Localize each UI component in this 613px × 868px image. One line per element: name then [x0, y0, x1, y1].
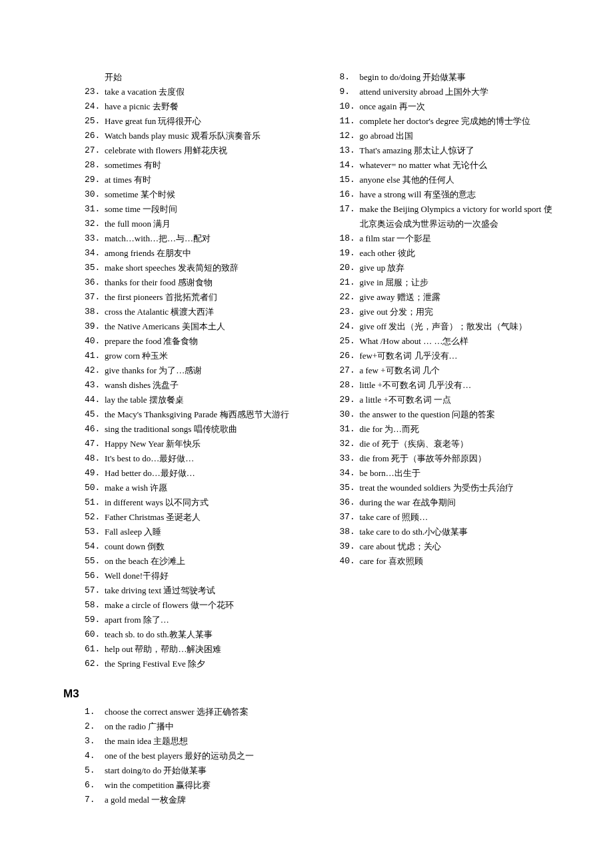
list-item: 16.have a strong will 有坚强的意志: [318, 187, 554, 202]
item-number: 15.: [340, 173, 360, 187]
item-text: the Macy's Thanksgiving Parade 梅西感恩节大游行: [105, 407, 299, 422]
list-item: 1.choose the correct answer 选择正确答案: [63, 705, 299, 719]
list-item: 24. have a picnic 去野餐: [63, 99, 299, 114]
item-text: wansh dishes 洗盘子: [105, 378, 299, 393]
item-text: attend university abroad 上国外大学: [360, 85, 554, 99]
item-text: sometime 某个时候: [105, 187, 299, 202]
item-text: have a picnic 去野餐: [105, 99, 299, 114]
list-item: 19.each other 彼此: [318, 246, 554, 261]
item-text: complete her doctor's degree 完成她的博士学位: [360, 114, 554, 129]
item-text: be born…出生于: [360, 466, 554, 481]
list-item: 32.die of 死于（疾病、衰老等）: [318, 437, 554, 451]
item-number: 32.: [85, 217, 105, 231]
list-item: 25.What /How about … …怎么样: [318, 334, 554, 349]
list-item: 25.Have great fun 玩得很开心: [63, 114, 299, 129]
item-text: whatever= no matter what 无论什么: [360, 158, 554, 173]
item-text: Had better do…最好做…: [105, 466, 299, 481]
item-number: 12.: [340, 129, 360, 143]
item-number: 14.: [340, 158, 360, 173]
item-number: 29.: [85, 173, 105, 187]
item-number: 61.: [85, 642, 105, 657]
item-text: die from 死于（事故等外部原因）: [360, 451, 554, 466]
item-number: 35.: [340, 481, 360, 495]
item-number: 38.: [85, 305, 105, 319]
item-text: go abroad 出国: [360, 129, 554, 143]
item-number: 16.: [340, 187, 360, 202]
item-number: 43.: [85, 378, 105, 393]
item-number: 21.: [340, 275, 360, 290]
list-item: 41.grow corn 种玉米: [63, 349, 299, 363]
item-number: 20.: [340, 261, 360, 275]
list-item: 40.prepare the food 准备食物: [63, 334, 299, 349]
item-text: Well done!干得好: [105, 569, 299, 583]
item-number: 22.: [340, 290, 360, 305]
item-number: 53.: [85, 525, 105, 539]
list-item: 30.the answer to the question 问题的答案: [318, 407, 554, 422]
item-text: Have great fun 玩得很开心: [105, 114, 299, 129]
item-text: among friends 在朋友中: [105, 246, 299, 261]
item-text: It's best to do…最好做…: [105, 451, 299, 466]
item-text: take care of 照顾…: [360, 510, 554, 525]
item-number: 57.: [85, 583, 105, 598]
item-number: 24.: [340, 319, 360, 334]
item-number: 4.: [85, 749, 105, 763]
item-text: a film star 一个影星: [360, 231, 554, 246]
list-item: 46.sing the traditional songs 唱传统歌曲: [63, 422, 299, 437]
item-number: 50.: [85, 481, 105, 495]
item-number: 48.: [85, 451, 105, 466]
item-number: 31.: [340, 422, 360, 437]
item-text: few+可数名词 几乎没有…: [360, 349, 554, 363]
item-number: 45.: [85, 407, 105, 422]
item-number: 56.: [85, 569, 105, 583]
list-item: 47.Happy New Year 新年快乐: [63, 437, 299, 451]
list-item: 35.treat the wounded soldiers 为受伤士兵治疗: [318, 481, 554, 495]
item-text: make a circle of flowers 做一个花环: [105, 598, 299, 613]
list-item: 22.give away 赠送；泄露: [318, 290, 554, 305]
list-item: 57.take driving text 通过驾驶考试: [63, 583, 299, 598]
list-item: 62.the Spring Festival Eve 除夕: [63, 657, 299, 671]
item-number: 42.: [85, 363, 105, 378]
item-text: one of the best players 最好的运动员之一: [105, 749, 299, 763]
item-number: 9.: [340, 85, 360, 99]
item-text: Fall asleep 入睡: [105, 525, 299, 539]
list-item: 27.a few +可数名词 几个: [318, 363, 554, 378]
item-text: make a wish 许愿: [105, 481, 299, 495]
list-item: 48.It's best to do…最好做…: [63, 451, 299, 466]
item-number: 26.: [340, 349, 360, 363]
item-text: a little +不可数名词 一点: [360, 393, 554, 407]
list-item: 12.go abroad 出国: [318, 129, 554, 143]
item-number: 24.: [85, 99, 105, 114]
item-text: have a strong will 有坚强的意志: [360, 187, 554, 202]
item-number: 30.: [85, 187, 105, 202]
item-number: 28.: [85, 158, 105, 173]
list-item: 32.the full moon 满月: [63, 217, 299, 231]
item-number: 13.: [340, 143, 360, 158]
list-item: 26.Watch bands play music 观看乐队演奏音乐: [63, 129, 299, 143]
item-number: 58.: [85, 598, 105, 613]
item-text: take care to do sth.小心做某事: [360, 525, 554, 539]
list-item: 7.a gold medal 一枚金牌: [63, 793, 299, 807]
item-number: 62.: [85, 657, 105, 671]
item-number: 34.: [85, 246, 105, 261]
list-item: 20.give up 放弃: [318, 261, 554, 275]
list-item: 53.Fall asleep 入睡: [63, 525, 299, 539]
list-item: 15.anyone else 其他的任何人: [318, 173, 554, 187]
list-item: 37.take care of 照顾…: [318, 510, 554, 525]
item-text: begin to do/doing 开始做某事: [360, 70, 554, 85]
item-text: teach sb. to do sth.教某人某事: [105, 627, 299, 642]
item-text: sometimes 有时: [105, 158, 299, 173]
list-item: 51.in different ways 以不同方式: [63, 495, 299, 510]
item-text: on the beach 在沙滩上: [105, 554, 299, 569]
item-number: 18.: [340, 231, 360, 246]
item-number: 19.: [340, 246, 360, 261]
list-item: 17.make the Beijing Olympics a victory f…: [318, 202, 554, 231]
list-item: 60.teach sb. to do sth.教某人某事: [63, 627, 299, 642]
item-text: sing the traditional songs 唱传统歌曲: [105, 422, 299, 437]
item-number: 59.: [85, 613, 105, 627]
list-item: 28.little +不可数名词 几乎没有…: [318, 378, 554, 393]
item-number: 44.: [85, 393, 105, 407]
item-text: each other 彼此: [360, 246, 554, 261]
list-item: 9.attend university abroad 上国外大学: [318, 85, 554, 99]
list-item: 24.give off 发出（光，声音）；散发出（气味）: [318, 319, 554, 334]
item-text: Happy New Year 新年快乐: [105, 437, 299, 451]
